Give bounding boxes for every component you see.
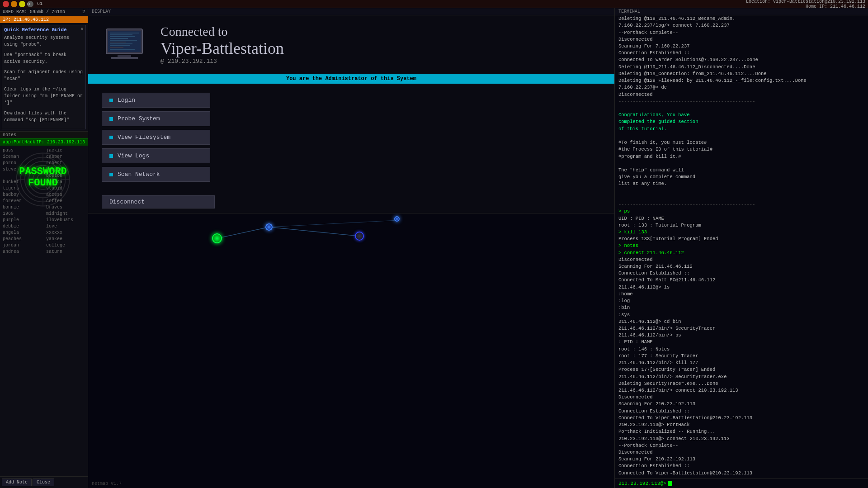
terminal-input-line[interactable]: 210.23.192.113@> <box>615 479 868 488</box>
pw-25: debbie <box>3 223 42 230</box>
add-note-button[interactable]: Add Note <box>2 479 32 486</box>
terminal-line: Deleting @119_211.46.46.112_Became_Admin… <box>618 15 864 22</box>
svg-rect-19 <box>110 45 130 46</box>
task-count: 61 <box>37 1 42 6</box>
network-node-2[interactable] <box>355 232 364 241</box>
pw-22: midnight <box>46 211 85 217</box>
terminal-line: > notes <box>618 242 864 249</box>
terminal-line: #program and kill it.# <box>618 153 864 160</box>
terminal-line: Scanning For 211.46.46.112 <box>618 263 864 270</box>
svg-rect-21 <box>110 49 135 50</box>
password-panel: pass jackie iceman casper porno robert s… <box>0 146 88 476</box>
settings-btn[interactable]: ⚙ <box>27 1 33 7</box>
terminal-line: --Porthack Complete-- <box>618 442 864 449</box>
pw-27: angela <box>3 230 42 236</box>
terminal-line: #To finish it, you must locate# <box>618 139 864 146</box>
terminal-line: 7.160.22.237/log/> connect 7.160.22.237 <box>618 22 864 29</box>
quick-ref-item-5: Download files with the command "scp [FI… <box>4 110 84 123</box>
terminal-line: Disconnected <box>618 91 864 98</box>
terminal-line: Connected To Matt PC@211.46.46.112 <box>618 277 864 284</box>
probe-system-button[interactable]: Probe System <box>102 111 210 126</box>
terminal-line: list at any time. <box>618 180 864 187</box>
terminal-line: Connection Established :: <box>618 50 864 57</box>
pw-28: xxxxxx <box>46 230 85 236</box>
terminal-line: > kill 133 <box>618 229 864 236</box>
terminal-line: :sys <box>618 312 864 318</box>
terminal-line: Connected To Viper-Battlestation@210.23.… <box>618 470 864 477</box>
quick-ref-content: Analyze security systems using "probe". … <box>4 34 84 123</box>
network-node-3[interactable] <box>394 216 400 222</box>
terminal-line: Disconnected <box>618 394 864 401</box>
terminal-line: 210.23.192.113@> connect 210.23.192.113 <box>618 436 864 442</box>
terminal-line: Disconnected <box>618 256 864 263</box>
login-button[interactable]: Login <box>102 93 210 108</box>
svg-rect-22 <box>118 55 131 57</box>
maximize-window-btn[interactable] <box>19 1 25 7</box>
location-info: Location: Viper-Battlestation@210.23.192… <box>746 0 865 9</box>
pw-23: purple <box>3 217 42 223</box>
quick-ref-close-btn[interactable]: × <box>80 26 84 33</box>
terminal-output: Note: the wildcard "*" indicates 'All'. … <box>615 15 868 479</box>
terminal-line: 211.46.46.112/bin/> kill 177 <box>618 360 864 366</box>
at-symbol: @ <box>160 58 164 65</box>
terminal-line: Process 177[Security Tracer] Ended <box>618 366 864 373</box>
terminal-line: > ps <box>618 208 864 215</box>
connected-section: Connected to Viper-Battlestation @ 210.2… <box>88 15 614 74</box>
network-node-current[interactable] <box>212 233 222 243</box>
menu-buttons: Login Probe System View Filesystem View … <box>88 84 224 191</box>
terminal-line: 211.46.46.112/bin/> connect 210.23.192.1… <box>618 387 864 394</box>
svg-line-24 <box>217 227 269 238</box>
svg-line-25 <box>269 227 359 236</box>
pw-33: andrea <box>3 249 42 255</box>
terminal-line: Scanning For 210.23.192.113 <box>618 401 864 407</box>
terminal-line: 7.160.22.237@> dc <box>618 84 864 91</box>
terminal-line: Deleting @129_FileRead: by_211.46.46.112… <box>618 77 864 84</box>
terminal-line: UID : PID : NAME <box>618 215 864 222</box>
network-connections-svg <box>88 213 614 488</box>
terminal-line: ----------------------------------------… <box>618 201 864 208</box>
terminal-line: ----------------------------------------… <box>618 98 864 105</box>
quick-ref-item-2: Use "porthack" to break active security. <box>4 52 84 65</box>
pw-31: jordan <box>3 242 42 249</box>
pw-26: love <box>46 223 85 230</box>
app-name: app:PortHack <box>3 140 35 145</box>
terminal-line: Deleting @119_Connection: from_211.46.46… <box>618 71 864 77</box>
terminal-line: :log <box>618 298 864 304</box>
disconnect-button[interactable]: Disconnect <box>102 195 215 208</box>
scan-network-button[interactable]: Scan Network <box>102 167 210 182</box>
terminal-line: Congratulations, You have <box>618 112 864 118</box>
app-ip: IP: 210.23.192.113 <box>36 140 85 145</box>
quick-ref-item-1: Analyze security systems using "probe". <box>4 34 84 48</box>
terminal-panel: TERMINAL Note: the wildcard "*" indicate… <box>615 8 868 488</box>
display-header: DISPLAY <box>88 8 614 15</box>
ram-section: USED RAM: 595mb / 761mb 2 <box>0 8 88 16</box>
terminal-line: Deleting @119_211.46.46.112_Disconnected… <box>618 64 864 71</box>
terminal-line <box>618 194 864 201</box>
terminal-line: 211.46.46.112@> ls <box>618 284 864 291</box>
svg-line-26 <box>269 220 398 227</box>
terminal-line: 211.46.46.112@> cd bin <box>618 318 864 325</box>
view-filesystem-button[interactable]: View Filesystem <box>102 130 210 145</box>
filesystem-icon <box>109 136 113 139</box>
pw-30: yankee <box>46 236 85 242</box>
ip-display: @ 210.23.192.113 <box>160 58 284 65</box>
close-panel-button[interactable]: Close <box>33 479 54 486</box>
minimize-window-btn[interactable] <box>11 1 17 7</box>
quick-ref-item-3: Scan for adjacent nodes using "scan" <box>4 69 84 82</box>
terminal-line: 211.46.46.112/bin/> SecurityTracer.exe <box>618 374 864 380</box>
terminal-line: :bin <box>618 304 864 311</box>
terminal-line: of this tutorial. <box>618 126 864 133</box>
close-window-btn[interactable] <box>3 1 9 7</box>
top-bar: ⚙ 61 Location: Viper-Battlestation@210.2… <box>0 0 868 8</box>
note-controls: Add Note Close <box>0 476 88 488</box>
svg-rect-17 <box>110 42 126 43</box>
view-logs-button[interactable]: View Logs <box>102 148 210 163</box>
terminal-line: Porthack Initialized -- Running... <box>618 428 864 435</box>
notes-label: notes <box>3 133 16 137</box>
terminal-line: Process 133[Tutorial Program] Ended <box>618 236 864 242</box>
terminal-line: Scanning For 210.23.192.113 <box>618 456 864 463</box>
terminal-line: Connected To Warden Solutions@7.160.22.2… <box>618 57 864 63</box>
terminal-line: 211.46.46.112/bin/> ps <box>618 332 864 339</box>
terminal-prompt-label: 210.23.192.113@> <box>618 481 666 486</box>
network-node-1[interactable] <box>265 223 273 231</box>
